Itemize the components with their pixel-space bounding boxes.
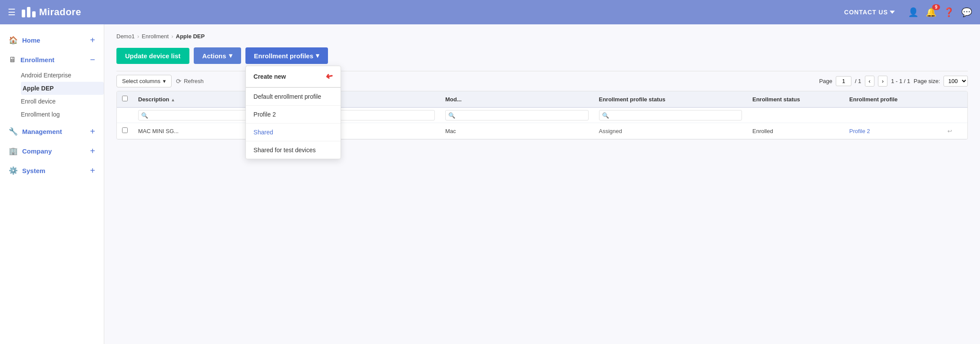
sidebar-item-home[interactable]: 🏠 Home + <box>0 31 104 49</box>
enrollment-profiles-menu: Create new ➜ Default enrollment profile … <box>245 66 341 159</box>
refresh-button[interactable]: ⟳ Refresh <box>176 77 204 85</box>
cell-model: Mac <box>440 123 594 139</box>
table-toolbar: Select columns ▾ ⟳ Refresh Page / 1 ‹ › … <box>116 71 968 91</box>
create-new-menu-item[interactable]: Create new ➜ <box>246 66 341 88</box>
breadcrumb-enrollment[interactable]: Enrollment <box>142 33 169 40</box>
sidebar-item-apple-dep[interactable]: Apple DEP <box>21 82 104 95</box>
sidebar-item-company[interactable]: 🏢 Company + <box>0 142 104 160</box>
contact-us-button[interactable]: CONTACT US <box>844 9 895 16</box>
sidebar-enrollment-label: Enrollment <box>20 56 54 63</box>
cell-enroll-status: Enrolled <box>747 123 844 139</box>
sidebar-item-android-enterprise[interactable]: Android Enterprise <box>21 69 104 82</box>
prev-page-button[interactable]: ‹ <box>865 76 874 87</box>
data-table: Description ▲ Serial number Mod... Enrol… <box>117 91 967 139</box>
page-size-select[interactable]: 100 50 25 <box>944 76 968 87</box>
update-device-list-button[interactable]: Update device list <box>116 48 189 64</box>
cell-enroll-profile-status: Assigned <box>594 123 748 139</box>
detail-arrow-icon[interactable]: ↩ <box>947 128 952 134</box>
user-icon[interactable]: 👤 <box>908 7 919 17</box>
shared-menu-item[interactable]: Shared <box>246 124 341 141</box>
logo-bars-icon <box>22 7 36 17</box>
pagination: Page / 1 ‹ › 1 - 1 / 1 Page size: 100 50… <box>819 76 968 87</box>
sidebar-home-label: Home <box>22 37 40 44</box>
search-icon: 🔍 <box>602 112 609 119</box>
enrollment-profiles-dropdown: Enrollment profiles ▾ Create new ➜ Defau… <box>245 47 328 64</box>
home-icon: 🏠 <box>9 36 18 45</box>
next-page-button[interactable]: › <box>878 76 887 87</box>
company-icon: 🏢 <box>9 147 18 156</box>
sidebar-section-management: 🔧 Management + <box>0 123 104 140</box>
company-plus-icon[interactable]: + <box>90 146 95 156</box>
breadcrumb-demo[interactable]: Demo1 <box>116 33 135 40</box>
select-all-checkbox[interactable] <box>122 96 128 101</box>
enrollment-profiles-label: Enrollment profiles <box>254 52 314 60</box>
topnav-icons: 👤 🔔 9 ❓ 💬 <box>908 7 972 17</box>
sidebar-item-enrollment-log[interactable]: Enrollment log <box>21 108 104 121</box>
create-new-label: Create new <box>254 73 286 80</box>
actions-button[interactable]: Actions ▾ <box>194 47 241 64</box>
system-plus-icon[interactable]: + <box>90 166 95 176</box>
enrollment-minus-icon[interactable]: − <box>90 55 95 65</box>
refresh-icon: ⟳ <box>176 77 182 85</box>
breadcrumb-sep1: › <box>137 33 139 40</box>
home-plus-icon[interactable]: + <box>90 35 95 45</box>
logo: Miradore <box>22 7 81 18</box>
cell-enroll-profile: Profile 2 <box>844 123 942 139</box>
breadcrumb-sep2: › <box>171 33 173 40</box>
filter-row: 🔍 🔍 🔍 <box>117 107 967 123</box>
help-icon[interactable]: ❓ <box>944 7 954 17</box>
shared-test-menu-item[interactable]: Shared for test devices <box>246 141 341 159</box>
page-input[interactable] <box>836 76 851 86</box>
enrollment-profiles-chevron-icon: ▾ <box>316 52 319 60</box>
actions-chevron-icon: ▾ <box>229 52 232 60</box>
layout: 🏠 Home + 🖥 Enrollment − Android Enterpri… <box>0 24 980 344</box>
row-checkbox[interactable] <box>122 127 128 133</box>
sidebar-section-system: ⚙️ System + <box>0 162 104 180</box>
default-enrollment-profile-menu-item[interactable]: Default enrollment profile <box>246 88 341 106</box>
sidebar-sub-enrollment: Android Enterprise Apple DEP Enroll devi… <box>0 69 104 121</box>
page-size-label: Page size: <box>914 78 940 84</box>
col-select-all <box>117 91 133 107</box>
toolbar: Update device list Actions ▾ Enrollment … <box>116 47 968 64</box>
sidebar-item-enroll-device[interactable]: Enroll device <box>21 95 104 108</box>
col-header-enroll-status: Enrollment status <box>747 91 844 107</box>
table-row: MAC MINI SG... Mac Assigned Enrolled Pro… <box>117 123 967 139</box>
sidebar-item-enrollment[interactable]: 🖥 Enrollment − <box>0 51 104 69</box>
actions-label: Actions <box>202 52 226 60</box>
sidebar-system-label: System <box>22 167 45 174</box>
table-container: Description ▲ Serial number Mod... Enrol… <box>116 91 968 140</box>
sidebar: 🏠 Home + 🖥 Enrollment − Android Enterpri… <box>0 24 104 344</box>
profile-link[interactable]: Profile 2 <box>849 128 870 134</box>
gear-icon: ⚙️ <box>9 166 18 175</box>
sidebar-management-label: Management <box>22 128 62 135</box>
status-badge: Assigned <box>599 128 622 134</box>
red-arrow-icon: ➜ <box>324 71 334 83</box>
filter-enroll-profile-status: 🔍 <box>599 110 742 120</box>
wrench-icon: 🔧 <box>9 127 18 136</box>
sort-asc-icon[interactable]: ▲ <box>171 97 175 102</box>
select-columns-button[interactable]: Select columns ▾ <box>116 75 172 87</box>
select-columns-chevron-icon: ▾ <box>163 78 166 84</box>
sidebar-section-company: 🏢 Company + <box>0 142 104 160</box>
col-header-enroll-profile-status: Enrollment profile status <box>594 91 748 107</box>
hamburger-icon[interactable]: ☰ <box>8 7 16 17</box>
filter-enroll-profile-status-input[interactable] <box>609 111 739 119</box>
page-label: Page <box>819 78 832 84</box>
col-header-enroll-profile: Enrollment profile <box>844 91 942 107</box>
cell-detail-link: ↩ <box>942 123 967 139</box>
management-plus-icon[interactable]: + <box>90 127 95 137</box>
search-icon: 🔍 <box>141 112 148 119</box>
sidebar-item-system[interactable]: ⚙️ System + <box>0 162 104 180</box>
chat-icon[interactable]: 💬 <box>961 7 972 17</box>
notification-icon[interactable]: 🔔 9 <box>926 7 937 17</box>
topnav: ☰ Miradore CONTACT US 👤 🔔 9 ❓ 💬 <box>0 0 980 24</box>
enrollment-profiles-button[interactable]: Enrollment profiles ▾ <box>245 47 328 64</box>
col-header-model: Mod... <box>440 91 594 107</box>
sidebar-section-home: 🏠 Home + <box>0 31 104 49</box>
page-total: / 1 <box>855 78 861 84</box>
profile2-menu-item[interactable]: Profile 2 <box>246 106 341 124</box>
sidebar-section-enrollment: 🖥 Enrollment − Android Enterprise Apple … <box>0 51 104 121</box>
filter-model-input[interactable] <box>455 111 586 119</box>
main-content: Demo1 › Enrollment › Apple DEP Update de… <box>104 24 980 344</box>
sidebar-item-management[interactable]: 🔧 Management + <box>0 123 104 140</box>
